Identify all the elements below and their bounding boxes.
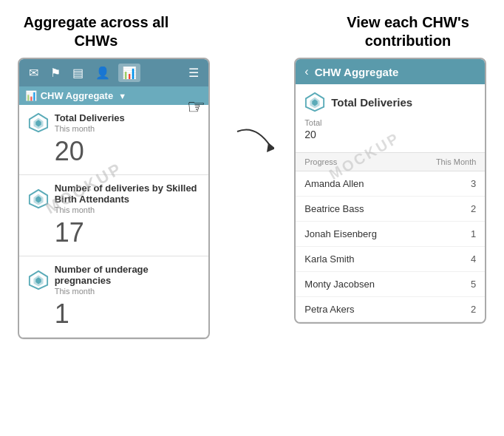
chw-name: Amanda Allen: [304, 178, 364, 189]
dropdown-caret-icon: ▼: [118, 92, 126, 101]
chw-value: 4: [471, 253, 476, 265]
detail-metric-section: Total Deliveries Total 20: [296, 84, 485, 153]
dropdown-label: CHW Aggregate: [41, 90, 113, 101]
heading-left: Aggregate across all CHWs: [22, 13, 170, 50]
metric-card-deliveries[interactable]: Total Deliveries This month 20 MOCKUP: [19, 105, 208, 175]
back-button[interactable]: ‹: [304, 65, 308, 78]
chw-name: Monty Jacobsen: [304, 279, 375, 290]
mail-icon[interactable]: ✉: [25, 64, 42, 82]
chart-icon[interactable]: 📊: [118, 64, 140, 82]
chw-name: Jonah Eisenberg: [304, 228, 377, 239]
detail-metric-title: Total Deliveries: [331, 96, 412, 109]
chw-value: 5: [471, 279, 476, 290]
metric-subtitle-underage: This month: [55, 287, 200, 296]
heading-right: View each CHW's contribution: [334, 13, 482, 50]
chw-value: 2: [471, 304, 476, 315]
metric-subtitle-sba: This month: [55, 205, 200, 214]
metric-card-underage[interactable]: Number of underage pregnancies This mont…: [19, 256, 208, 338]
menu-icon[interactable]: ☰: [185, 64, 202, 82]
underage-icon: [28, 270, 49, 290]
dropdown-bar[interactable]: 📊 CHW Aggregate ▼: [19, 86, 208, 105]
sba-icon: [28, 188, 49, 209]
detail-total-value: 20: [304, 129, 476, 140]
metric-title-underage: Number of underage pregnancies: [55, 264, 200, 286]
progress-header: Progress This Month: [296, 153, 485, 171]
chw-value: 2: [471, 203, 476, 214]
arrow-container: ☞: [230, 117, 274, 176]
chw-rows-container: Amanda Allen3Beatrice Bass2Jonah Eisenbe…: [296, 171, 485, 322]
progress-label: Progress: [304, 157, 337, 166]
chw-name: Karla Smith: [304, 253, 354, 265]
chw-row[interactable]: Beatrice Bass2: [296, 197, 485, 222]
arrow-svg: [230, 117, 274, 176]
metric-subtitle-deliveries: This month: [55, 124, 125, 133]
list-icon[interactable]: ▤: [69, 64, 87, 82]
chw-row[interactable]: Amanda Allen3: [296, 171, 485, 197]
chw-row[interactable]: Monty Jacobsen5: [296, 272, 485, 297]
detail-header-title: CHW Aggregate: [315, 66, 399, 78]
chw-row[interactable]: Petra Akers2: [296, 297, 485, 322]
metric-value-sba: 17: [28, 217, 200, 248]
person-icon[interactable]: 👤: [92, 64, 114, 82]
svg-marker-9: [267, 143, 274, 152]
chw-name: Beatrice Bass: [304, 203, 364, 214]
this-month-label: This Month: [436, 157, 476, 166]
deliveries-icon: [28, 112, 49, 133]
chw-value: 1: [471, 228, 476, 239]
detail-metric-icon: [304, 92, 325, 112]
chw-row[interactable]: Jonah Eisenberg1: [296, 222, 485, 247]
nav-bar: ✉ ⚑ ▤ 👤 📊 ☰: [19, 59, 208, 86]
metric-title-sba: Number of deliveries by Skilled Birth At…: [55, 183, 200, 205]
metric-value-underage: 1: [28, 299, 200, 330]
left-phone: ✉ ⚑ ▤ 👤 📊 ☰ 📊 CHW Aggregate ▼ Tot: [18, 58, 210, 339]
hand-cursor-icon: ☞: [187, 95, 205, 119]
chw-value: 3: [471, 178, 476, 189]
detail-total-label: Total: [304, 118, 476, 127]
metric-title-deliveries: Total Deliveries: [55, 112, 125, 123]
right-phone: ‹ CHW Aggregate Total Deliveries Total 2…: [294, 58, 486, 324]
metric-card-sba[interactable]: Number of deliveries by Skilled Birth At…: [19, 175, 208, 256]
detail-header: ‹ CHW Aggregate: [296, 59, 485, 84]
flag-icon[interactable]: ⚑: [47, 64, 64, 82]
metric-value-deliveries: 20: [28, 136, 200, 167]
chw-row[interactable]: Karla Smith4: [296, 247, 485, 272]
dropdown-chart-icon: 📊: [25, 90, 37, 101]
chw-name: Petra Akers: [304, 304, 354, 315]
